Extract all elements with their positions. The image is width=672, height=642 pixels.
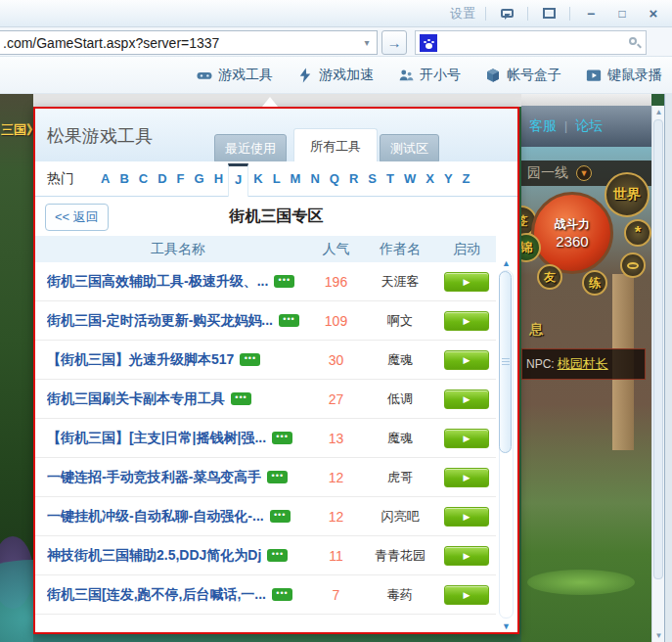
popularity-value: 13 bbox=[309, 431, 363, 446]
combat-power-orb[interactable]: 战斗力 2360 bbox=[531, 192, 613, 274]
tool-link[interactable]: 神技街机三国辅助2.5,DDJ简化为Dj bbox=[47, 547, 261, 565]
tool-link[interactable]: 街机三国刷关卡副本专用工具 bbox=[47, 390, 225, 408]
search-input[interactable] bbox=[415, 30, 647, 55]
letter-x[interactable]: X bbox=[425, 171, 435, 186]
letter-r[interactable]: R bbox=[348, 171, 359, 186]
banner-dropdown-icon[interactable]: ▼ bbox=[576, 165, 592, 181]
launch-button[interactable]: ▶ bbox=[444, 311, 489, 331]
feedback-icon[interactable] bbox=[496, 5, 517, 23]
launch-button[interactable]: ▶ bbox=[444, 507, 489, 527]
letter-g[interactable]: G bbox=[194, 171, 205, 186]
more-info-icon[interactable]: ••• bbox=[240, 353, 260, 366]
toolbar-label: 开小号 bbox=[420, 67, 461, 84]
world-button[interactable]: 世界 bbox=[605, 172, 650, 217]
launch-button[interactable]: ▶ bbox=[444, 429, 489, 448]
more-info-icon[interactable]: ••• bbox=[270, 510, 291, 523]
search-icon[interactable] bbox=[628, 36, 642, 50]
letter-y[interactable]: Y bbox=[443, 171, 454, 186]
url-text[interactable]: .com/GameStart.aspx?server=1337 bbox=[0, 35, 357, 51]
author-name: 虎哥 bbox=[363, 469, 437, 486]
letter-s[interactable]: S bbox=[367, 171, 378, 186]
minimize-button[interactable]: − bbox=[580, 5, 602, 23]
launch-button[interactable]: ▶ bbox=[444, 390, 489, 409]
launch-button[interactable]: ▶ bbox=[444, 272, 489, 292]
forum-link[interactable]: 论坛 bbox=[575, 117, 603, 135]
letter-c[interactable]: C bbox=[138, 171, 149, 186]
letter-d[interactable]: D bbox=[157, 171, 167, 186]
dialog-header: 松果游戏工具 最近使用 所有工具 测试区 bbox=[35, 109, 517, 161]
launch-button[interactable]: ▶ bbox=[444, 585, 489, 605]
settings-button[interactable]: 设置 bbox=[450, 5, 475, 23]
tool-link[interactable]: 街机三国[连发,跑不停,后台喊话,一... bbox=[47, 586, 266, 604]
maximize-button[interactable]: □ bbox=[611, 5, 633, 23]
letter-t[interactable]: T bbox=[385, 171, 395, 186]
more-info-icon[interactable]: ••• bbox=[274, 275, 294, 288]
launch-button[interactable]: ▶ bbox=[444, 468, 489, 487]
more-info-icon[interactable]: ••• bbox=[279, 314, 299, 327]
letter-a[interactable]: A bbox=[100, 171, 111, 186]
launch-button[interactable]: ▶ bbox=[444, 546, 489, 566]
go-button[interactable]: → bbox=[381, 30, 407, 55]
more-info-icon[interactable]: ••• bbox=[231, 392, 251, 405]
letter-j-active[interactable]: J bbox=[228, 163, 248, 197]
author-name: 闪亮吧 bbox=[363, 508, 437, 526]
dialog-title: 松果游戏工具 bbox=[47, 124, 153, 148]
customer-service-link[interactable]: 客服 bbox=[529, 117, 557, 135]
toolbar-account-box-button[interactable]: 帐号盒子 bbox=[484, 67, 561, 84]
scroll-up-icon[interactable]: ▲ bbox=[500, 256, 513, 269]
more-info-icon[interactable]: ••• bbox=[267, 471, 288, 483]
launch-button[interactable]: ▶ bbox=[444, 350, 489, 370]
browser-scrollbar[interactable]: ▲ ▼ bbox=[651, 106, 664, 642]
letter-w[interactable]: W bbox=[403, 171, 417, 186]
tool-link[interactable]: 一键连招-手动竞技利器-菜鸟变高手 bbox=[47, 469, 261, 486]
toolbar-alt-account-button[interactable]: 开小号 bbox=[397, 67, 461, 84]
record-icon bbox=[585, 67, 603, 84]
popularity-value: 11 bbox=[309, 548, 363, 564]
more-info-icon[interactable]: ••• bbox=[272, 588, 292, 601]
scroll-down-icon[interactable]: ▼ bbox=[500, 619, 513, 632]
letter-b[interactable]: B bbox=[118, 171, 129, 186]
more-info-icon[interactable]: ••• bbox=[267, 549, 288, 562]
letter-m[interactable]: M bbox=[290, 171, 302, 186]
friends-button[interactable]: 友 bbox=[537, 264, 562, 290]
letter-l[interactable]: L bbox=[272, 171, 282, 186]
letter-k[interactable]: K bbox=[252, 171, 263, 186]
tool-link[interactable]: 【街机三国】光速升级脚本517 bbox=[47, 351, 234, 369]
hot-label[interactable]: 热门 bbox=[47, 170, 74, 188]
url-input[interactable]: .com/GameStart.aspx?server=1337 ▾ bbox=[0, 30, 378, 55]
npc-link[interactable]: 桃园村长 bbox=[558, 355, 608, 373]
dialog-scrollbar[interactable]: ▲ ▼ bbox=[498, 256, 515, 632]
tool-link[interactable]: 【街机三国】[主支|日常|摇钱树|强... bbox=[47, 430, 266, 447]
browser-scroll-thumb[interactable] bbox=[653, 119, 663, 579]
gear-icon[interactable]: * bbox=[624, 219, 651, 247]
toolbar-macro-record-button[interactable]: 键鼠录播 bbox=[585, 67, 662, 84]
col-tool-name: 工具名称 bbox=[47, 241, 309, 258]
letter-n[interactable]: N bbox=[309, 171, 320, 186]
tool-link[interactable]: 街机三国-定时活动更新-购买龙妈妈... bbox=[47, 312, 273, 330]
table-row: 一键挂机冲级-自动私聊-自动强化-...••• 12 闪亮吧 ▶ bbox=[35, 497, 496, 536]
author-name: 魔魂 bbox=[363, 351, 437, 369]
tool-link[interactable]: 一键挂机冲级-自动私聊-自动强化-... bbox=[47, 508, 264, 526]
fullscreen-icon[interactable] bbox=[538, 5, 560, 23]
eye-icon[interactable] bbox=[620, 252, 646, 278]
train-button[interactable]: 练 bbox=[582, 270, 607, 296]
toolbar-game-boost-button[interactable]: 游戏加速 bbox=[296, 67, 374, 84]
close-window-button[interactable]: × bbox=[643, 5, 664, 23]
letter-h[interactable]: H bbox=[213, 171, 224, 186]
back-button[interactable]: << 返回 bbox=[45, 204, 109, 231]
browser-window: 设置 − □ × .com/GameStart.aspx?server=1337… bbox=[0, 0, 672, 642]
toolbar-game-tools-button[interactable]: 游戏工具 bbox=[196, 67, 273, 84]
popularity-value: 12 bbox=[309, 509, 363, 525]
tab-recently-used[interactable]: 最近使用 bbox=[214, 134, 287, 163]
more-info-icon[interactable]: ••• bbox=[272, 432, 292, 444]
tab-all-tools[interactable]: 所有工具 bbox=[293, 128, 378, 161]
tab-test-zone[interactable]: 测试区 bbox=[380, 134, 439, 163]
letter-z[interactable]: Z bbox=[462, 171, 471, 186]
tool-link[interactable]: 街机三国高效辅助工具-极速升级、... bbox=[47, 273, 268, 291]
scroll-thumb[interactable] bbox=[499, 271, 512, 453]
letter-f[interactable]: F bbox=[176, 171, 186, 186]
game-scenery-right: 客服 | 论坛 园一线 ▼ 世界 签 战斗力 2360 锦 * 友 bbox=[521, 94, 651, 642]
author-name: 毒药 bbox=[363, 586, 437, 604]
url-dropdown-icon[interactable]: ▾ bbox=[357, 37, 377, 48]
letter-q[interactable]: Q bbox=[329, 171, 340, 186]
